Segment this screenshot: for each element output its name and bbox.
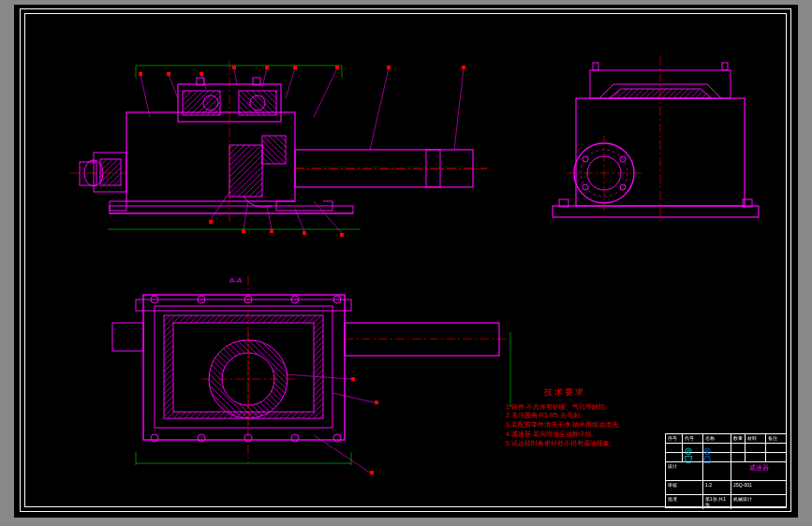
svg-point-103 — [686, 448, 692, 455]
svg-rect-58 — [593, 63, 598, 70]
svg-point-87 — [198, 434, 205, 442]
tb-header: 序号 — [666, 434, 683, 443]
svg-point-105 — [704, 448, 711, 455]
svg-line-26 — [169, 75, 178, 98]
projection-symbol-1 — [682, 446, 695, 469]
svg-rect-8 — [239, 91, 276, 115]
svg-point-106 — [706, 450, 709, 453]
svg-line-99 — [314, 435, 370, 473]
svg-rect-59 — [722, 63, 728, 70]
tech-req-item: 2.未注圆角 R3-R5,去毛刺。 — [506, 411, 625, 420]
svg-rect-39 — [139, 72, 142, 76]
svg-rect-13 — [229, 145, 262, 197]
svg-line-27 — [201, 75, 206, 89]
svg-rect-91 — [112, 323, 143, 351]
tb-project: 减速器 — [731, 462, 786, 480]
svg-rect-41 — [199, 72, 203, 76]
top-plan-view — [112, 276, 510, 475]
tb-header: 材料 — [746, 434, 766, 443]
svg-rect-1 — [110, 206, 353, 213]
svg-line-37 — [295, 209, 304, 231]
svg-line-98 — [332, 393, 375, 402]
svg-rect-14 — [262, 136, 286, 164]
tb-scale: 1:2 — [703, 481, 731, 494]
tb-institution: 机械设计 — [731, 495, 786, 509]
svg-rect-48 — [209, 220, 213, 224]
front-section-view — [70, 61, 487, 237]
svg-point-89 — [291, 434, 299, 442]
right-elevation-view — [553, 56, 759, 225]
drawing-canvas[interactable]: A-A 技术要求 1.铸件 不允许有砂眼、气孔等缺陷。 2.未注圆角 R3-R5… — [14, 5, 798, 518]
tb-header: 备注 — [766, 434, 786, 443]
svg-rect-50 — [270, 229, 273, 233]
svg-point-66 — [620, 184, 626, 190]
svg-line-30 — [286, 68, 295, 98]
tb-sheet: 第1张 共1张 — [703, 495, 731, 509]
tb-header: 代号 — [683, 434, 703, 443]
svg-rect-7 — [183, 91, 220, 115]
svg-line-33 — [454, 68, 464, 150]
svg-rect-80 — [136, 300, 351, 311]
tech-req-item: 5.试运转时各密封处不得有漏油现象。 — [506, 439, 625, 448]
svg-rect-43 — [265, 66, 269, 69]
tech-req-item: 3.装配前零件清洗干净,轴承用煤油清洗。 — [506, 420, 625, 430]
svg-line-31 — [314, 68, 337, 117]
svg-line-25 — [140, 75, 150, 117]
projection-symbol-2 — [701, 446, 714, 469]
title-block: 序号 代号 名称 数量 材料 备注 设计 减速器 审核 1:2 JSQ-001 … — [665, 433, 787, 508]
svg-rect-102 — [370, 471, 374, 475]
svg-rect-78 — [345, 323, 499, 356]
svg-rect-42 — [232, 66, 236, 69]
cad-viewer-window: A-A 技术要求 1.铸件 不允许有砂眼、气孔等缺陷。 2.未注圆角 R3-R5… — [0, 0, 812, 526]
section-label: A-A — [229, 276, 242, 285]
tech-req-item: 4.减速器 装润滑油至油标中线。 — [506, 430, 625, 439]
svg-rect-46 — [387, 66, 391, 69]
tb-approver-label: 批准 — [666, 495, 703, 509]
tb-header: 数量 — [731, 434, 746, 443]
tb-header: 名称 — [703, 434, 731, 443]
tb-checker-label: 审核 — [666, 481, 703, 494]
tech-req-item: 1.铸件 不允许有砂眼、气孔等缺陷。 — [506, 402, 625, 412]
technical-requirements: 技术要求 1.铸件 不允许有砂眼、气孔等缺陷。 2.未注圆角 R3-R5,去毛刺… — [506, 387, 625, 448]
svg-rect-101 — [375, 401, 378, 404]
tb-drawing-no: JSQ-001 — [731, 481, 786, 494]
svg-point-63 — [583, 156, 588, 162]
svg-line-28 — [234, 68, 237, 84]
svg-rect-44 — [293, 66, 297, 69]
tech-req-title: 技术要求 — [506, 387, 625, 399]
svg-rect-45 — [335, 66, 339, 69]
svg-rect-51 — [303, 231, 306, 235]
svg-rect-53 — [553, 206, 759, 217]
svg-line-36 — [267, 206, 272, 229]
svg-rect-47 — [462, 66, 465, 69]
svg-point-104 — [687, 450, 690, 453]
svg-line-32 — [370, 68, 389, 150]
svg-point-86 — [151, 434, 158, 442]
svg-rect-100 — [351, 377, 355, 381]
svg-point-90 — [333, 434, 341, 442]
svg-rect-49 — [242, 229, 245, 233]
svg-rect-40 — [167, 72, 170, 76]
svg-rect-52 — [340, 233, 344, 237]
